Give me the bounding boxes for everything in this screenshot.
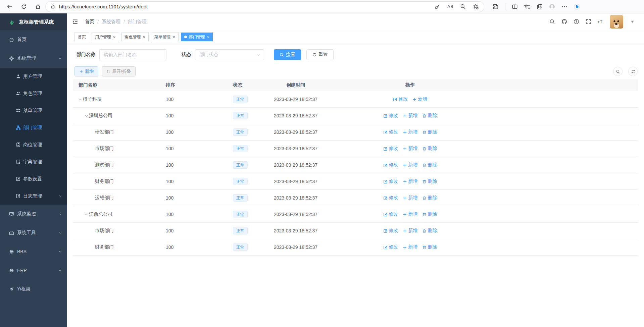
op-delete-link[interactable]: 删除	[422, 211, 437, 217]
sidebar-item-post-mgmt[interactable]: 岗位管理	[0, 136, 67, 153]
github-icon[interactable]	[561, 19, 567, 24]
op-add-link[interactable]: 新增	[403, 162, 418, 168]
app-logo[interactable]: 意框架管理系统	[0, 13, 67, 30]
op-add-link[interactable]: 新增	[403, 244, 418, 250]
close-icon[interactable]: ×	[207, 35, 210, 39]
op-add-link[interactable]: 新增	[403, 113, 418, 119]
tag-active-item[interactable]: 部门管理×	[181, 33, 213, 41]
close-icon[interactable]: ×	[113, 35, 116, 39]
copilot-icon[interactable]	[574, 4, 580, 10]
user-avatar[interactable]	[610, 15, 623, 29]
op-delete-link[interactable]: 删除	[422, 178, 437, 184]
zoom-out-icon[interactable]	[460, 4, 466, 9]
op-edit-link[interactable]: 修改	[383, 129, 398, 135]
op-delete-link[interactable]: 删除	[422, 228, 437, 234]
read-aloud-icon[interactable]: A	[447, 4, 453, 9]
op-edit-link[interactable]: 修改	[383, 146, 398, 152]
tag-item[interactable]: 角色管理×	[121, 33, 149, 41]
op-edit-link[interactable]: 修改	[383, 211, 398, 217]
op-label: 删除	[428, 162, 437, 168]
breadcrumb-item[interactable]: 部门管理	[128, 19, 147, 25]
close-icon[interactable]: ×	[143, 35, 146, 39]
sidebar-item-dept-mgmt[interactable]: 部门管理	[0, 119, 67, 136]
breadcrumb-item[interactable]: 系统管理	[102, 19, 120, 25]
show-search-button[interactable]	[613, 67, 623, 76]
sidebar-item-dict-mgmt[interactable]: 字典管理	[0, 153, 67, 170]
status-select[interactable]: 部门状态	[195, 49, 264, 60]
url-text[interactable]: https://ccnetcore.com:1101/system/dept	[59, 4, 435, 9]
table-row: 市场部门100正常2023-03-29 18:52:37修改新增删除	[73, 223, 638, 239]
avatar-caret-icon[interactable]	[630, 19, 635, 24]
tag-item[interactable]: 首页	[75, 33, 89, 41]
home-icon[interactable]	[35, 4, 41, 10]
op-edit-link[interactable]: 修改	[383, 113, 398, 119]
op-edit-link[interactable]: 修改	[383, 195, 398, 201]
more-menu-icon[interactable]	[561, 4, 567, 10]
svg-text:T: T	[600, 19, 603, 24]
op-edit-link[interactable]: 修改	[383, 244, 398, 250]
op-delete-link[interactable]: 删除	[422, 162, 437, 168]
op-edit-link[interactable]: 修改	[383, 178, 398, 184]
lock-icon[interactable]	[50, 4, 55, 9]
search-button[interactable]: 搜索	[274, 49, 301, 60]
tree-toggle-icon[interactable]	[85, 213, 89, 216]
favorites-bar-icon[interactable]	[524, 4, 530, 10]
reset-button[interactable]: 重置	[306, 49, 334, 60]
address-bar[interactable]: https://ccnetcore.com:1101/system/dept A	[46, 2, 484, 12]
font-size-icon[interactable]: TT	[598, 19, 603, 24]
op-add-link[interactable]: 新增	[403, 146, 418, 152]
op-add-link[interactable]: 新增	[403, 211, 418, 217]
op-delete-link[interactable]: 删除	[422, 195, 437, 201]
op-add-link[interactable]: 新增	[403, 129, 418, 135]
op-edit-link[interactable]: 修改	[393, 96, 408, 102]
op-delete-link[interactable]: 删除	[422, 146, 437, 152]
tree-toggle-icon[interactable]	[85, 114, 89, 118]
browser-profile-icon[interactable]	[549, 4, 555, 10]
sidebar-item-yi-framework[interactable]: Yi框架	[0, 280, 67, 298]
op-edit-link[interactable]: 修改	[383, 228, 398, 234]
header-search-icon[interactable]	[549, 19, 555, 24]
password-key-icon[interactable]	[435, 4, 440, 9]
sidebar-item-menu-mgmt[interactable]: 菜单管理	[0, 102, 67, 119]
op-add-link[interactable]: 新增	[403, 228, 418, 234]
help-icon[interactable]	[574, 19, 579, 24]
back-icon[interactable]	[7, 4, 13, 10]
sidebar-item-erp[interactable]: ERP	[0, 261, 67, 280]
sidebar-item-system-monitor[interactable]: 系统监控	[0, 205, 67, 223]
split-screen-icon[interactable]	[512, 4, 518, 10]
favorite-add-icon[interactable]	[473, 4, 479, 9]
dept-name-input[interactable]	[99, 49, 166, 60]
sidebar-item-log-mgmt[interactable]: 日志管理	[0, 187, 67, 205]
extensions-icon[interactable]	[493, 4, 499, 10]
status-badge: 正常	[233, 112, 248, 119]
refresh-icon[interactable]	[21, 4, 27, 10]
sidebar-item-param-settings[interactable]: 参数设置	[0, 170, 67, 187]
sidebar-item-home[interactable]: 首页	[0, 30, 67, 49]
close-icon[interactable]: ×	[172, 35, 175, 39]
op-label: 修改	[389, 113, 398, 119]
op-add-link[interactable]: 新增	[403, 178, 418, 184]
refresh-table-button[interactable]	[628, 67, 638, 76]
tag-item[interactable]: 菜单管理×	[151, 33, 179, 41]
fullscreen-icon[interactable]	[586, 19, 591, 24]
sidebar-item-label: 部门管理	[23, 125, 42, 131]
sidebar-item-user-mgmt[interactable]: 用户管理	[0, 68, 67, 85]
op-delete-link[interactable]: 删除	[422, 244, 437, 250]
expand-collapse-button[interactable]: 展开/折叠	[102, 66, 136, 76]
op-add-link[interactable]: 新增	[412, 96, 428, 102]
sidebar-item-system-mgmt[interactable]: 系统管理	[0, 49, 67, 68]
sidebar-item-system-tools[interactable]: 系统工具	[0, 223, 67, 242]
op-add-link[interactable]: 新增	[403, 195, 418, 201]
sidebar-fold-icon[interactable]	[72, 19, 78, 25]
app-title: 意框架管理系统	[19, 19, 54, 25]
sidebar-item-role-mgmt[interactable]: 角色管理	[0, 85, 67, 102]
add-button[interactable]: 新增	[75, 66, 98, 76]
tree-toggle-icon[interactable]	[79, 98, 83, 101]
op-edit-link[interactable]: 修改	[383, 162, 398, 168]
op-delete-link[interactable]: 删除	[422, 129, 437, 135]
op-delete-link[interactable]: 删除	[422, 113, 437, 119]
tag-item[interactable]: 用户管理×	[92, 33, 119, 41]
collections-add-icon[interactable]	[537, 4, 543, 10]
tool-icon	[9, 230, 14, 235]
sidebar-item-bbs[interactable]: BBS	[0, 242, 67, 261]
